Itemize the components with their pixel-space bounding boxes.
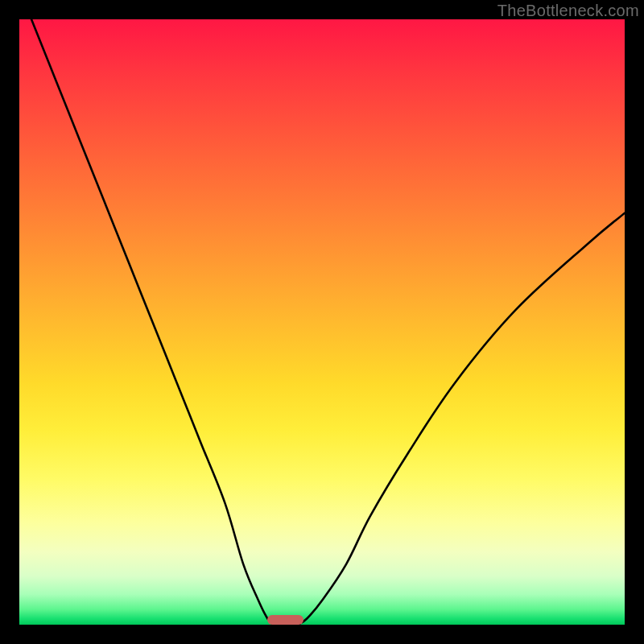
curve-svg — [19, 19, 625, 625]
curve-left-branch — [31, 19, 274, 625]
minimum-marker — [267, 615, 303, 625]
curve-right-branch — [298, 213, 625, 625]
watermark-text: TheBottleneck.com — [497, 2, 639, 20]
chart-container: TheBottleneck.com — [0, 0, 644, 644]
plot-area — [19, 19, 625, 625]
